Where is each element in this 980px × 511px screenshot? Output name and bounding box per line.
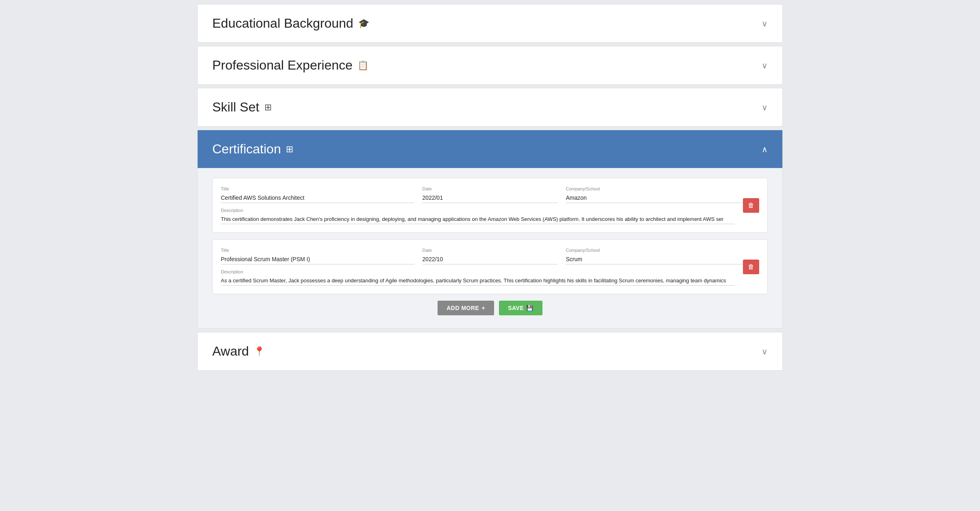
cert-1-desc-label: Description xyxy=(221,208,735,213)
cert-2-title-group: Title xyxy=(221,248,414,264)
educational-title: Educational Background xyxy=(212,16,353,31)
add-more-label: ADD MORE xyxy=(446,305,479,311)
cert-1-desc-input[interactable] xyxy=(221,214,735,224)
certification-title-text: Certification xyxy=(212,142,281,157)
award-header[interactable]: Award 📍 ∨ xyxy=(198,332,782,370)
cert-2-company-input[interactable] xyxy=(566,254,759,264)
cert-2-date-group: Date xyxy=(422,248,558,264)
skillset-icon: ⊞ xyxy=(264,102,272,113)
cert-1-date-input[interactable] xyxy=(422,193,558,203)
cert-1-date-label: Date xyxy=(422,186,558,191)
cert-2-date-input[interactable] xyxy=(422,254,558,264)
award-icon: 📍 xyxy=(254,346,265,357)
cert-2-date-label: Date xyxy=(422,248,558,253)
certification-icon: ⊞ xyxy=(286,144,293,155)
cert-2-title-input[interactable] xyxy=(221,254,414,264)
skillset-chevron: ∨ xyxy=(762,103,768,112)
cert-1-company-input[interactable] xyxy=(566,193,759,203)
save-label: SAVE xyxy=(508,305,524,311)
professional-section: Professional Experience 📋 ∨ xyxy=(197,46,783,85)
trash-icon-2: 🗑 xyxy=(748,263,754,271)
award-title: Award xyxy=(212,344,249,359)
certification-body: Title Date Company/School Description xyxy=(198,168,782,328)
cert-1-title-input[interactable] xyxy=(221,193,414,203)
skillset-title: Skill Set xyxy=(212,100,259,115)
award-chevron: ∨ xyxy=(762,347,768,356)
cert-2-desc-label: Description xyxy=(221,269,735,274)
cert-actions: ADD MORE + SAVE 💾 xyxy=(212,301,768,319)
cert-row-2-top: Title Date Company/School xyxy=(221,248,759,264)
cert-entry-1: Title Date Company/School Description xyxy=(212,178,768,233)
cert-1-company-label: Company/School xyxy=(566,186,759,191)
save-button[interactable]: SAVE 💾 xyxy=(499,301,542,315)
educational-header[interactable]: Educational Background 🎓 ∨ xyxy=(198,4,782,42)
certification-header[interactable]: Certification ⊞ ∧ xyxy=(198,130,782,168)
educational-icon: 🎓 xyxy=(358,18,369,29)
cert-2-desc-input[interactable] xyxy=(221,276,735,286)
cert-2-delete-button[interactable]: 🗑 xyxy=(743,260,759,274)
cert-1-desc-row: Description xyxy=(221,208,759,224)
trash-icon: 🗑 xyxy=(748,202,754,209)
educational-section: Educational Background 🎓 ∨ xyxy=(197,4,783,43)
professional-icon: 📋 xyxy=(357,60,368,71)
cert-1-title-group: Title xyxy=(221,186,414,203)
certification-section: Certification ⊞ ∧ Title Date xyxy=(197,130,783,329)
cert-2-company-label: Company/School xyxy=(566,248,759,253)
skillset-section: Skill Set ⊞ ∨ xyxy=(197,88,783,127)
cert-1-title-label: Title xyxy=(221,186,414,191)
certification-chevron: ∧ xyxy=(762,144,768,154)
cert-2-company-group: Company/School xyxy=(566,248,759,264)
cert-entry-2: Title Date Company/School Description xyxy=(212,239,768,294)
professional-chevron: ∨ xyxy=(762,61,768,70)
cert-row-1-top: Title Date Company/School xyxy=(221,186,759,203)
cert-1-company-group: Company/School xyxy=(566,186,759,203)
cert-2-desc-row: Description xyxy=(221,269,759,286)
skillset-header[interactable]: Skill Set ⊞ ∨ xyxy=(198,88,782,126)
cert-2-title-label: Title xyxy=(221,248,414,253)
professional-title: Professional Experience xyxy=(212,58,353,73)
educational-chevron: ∨ xyxy=(762,19,768,28)
plus-icon: + xyxy=(481,305,485,311)
cert-1-delete-button[interactable]: 🗑 xyxy=(743,198,759,213)
professional-header[interactable]: Professional Experience 📋 ∨ xyxy=(198,46,782,84)
add-more-button[interactable]: ADD MORE + xyxy=(438,301,494,315)
cert-1-date-group: Date xyxy=(422,186,558,203)
save-icon: 💾 xyxy=(526,305,534,311)
award-section: Award 📍 ∨ xyxy=(197,332,783,371)
